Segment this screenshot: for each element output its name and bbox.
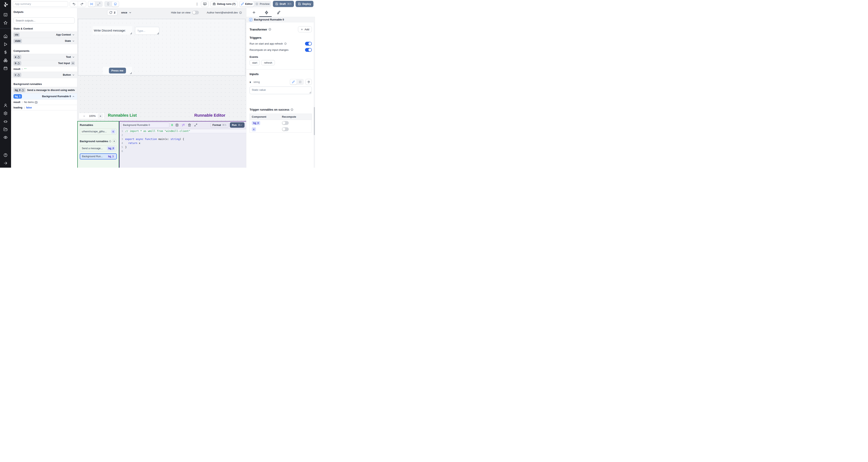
resize-handle[interactable] [130, 33, 132, 34]
arrow-right-icon[interactable] [2, 160, 9, 166]
refresh-count-button[interactable]: 2 [107, 10, 118, 16]
expr-mode-button function-icon[interactable] [297, 79, 303, 85]
help-icon[interactable] [2, 152, 9, 158]
apps-icon[interactable] [2, 11, 9, 18]
bg1-result-row[interactable]: result : No items ([]) [11, 100, 77, 105]
static-value-input[interactable] [250, 87, 312, 94]
chevron-down-icon[interactable] [72, 56, 75, 59]
chevron-down-icon[interactable] [72, 40, 75, 42]
add-background-runnable-button[interactable] [112, 139, 117, 143]
component-row-b[interactable]: b Text Input [11, 60, 77, 66]
textarea-resize-handle[interactable] [309, 92, 311, 93]
star-icon[interactable] [2, 19, 9, 26]
bg-runnable-item-0[interactable]: Send a message... bg_0 [80, 145, 117, 152]
code-line[interactable]: 1// import * as wmill from "windmill-cli… [120, 129, 246, 133]
deploy-button[interactable]: Deploy [296, 1, 313, 7]
component-row-a[interactable]: a Text [11, 54, 77, 60]
runnable-item-scrape[interactable]: u/henri/scrape_githu... c [80, 129, 117, 134]
scrollbar[interactable] [314, 18, 315, 168]
component-badge[interactable]: c [252, 127, 256, 131]
event-refresh-pill[interactable]: refresh [261, 60, 275, 65]
eye-icon[interactable] [2, 134, 9, 141]
windmill-logo-icon[interactable] [3, 2, 8, 7]
format-button[interactable]: Format ⌘S [210, 122, 228, 128]
ai-wand-icon[interactable] [181, 123, 185, 127]
mobile-view-button[interactable] [105, 1, 112, 7]
component-settings-tab component-icon[interactable] [263, 9, 270, 16]
component-row-c[interactable]: c Button [11, 72, 77, 78]
trash-icon[interactable] [187, 123, 192, 127]
bg-runnable-item-1-selected[interactable]: Background Run... bg_1 [80, 154, 117, 159]
align-center-button[interactable] [88, 1, 95, 7]
undo-button[interactable] [70, 1, 78, 7]
play-icon[interactable] [2, 41, 9, 47]
button-widget-container[interactable]: Press me [103, 67, 132, 74]
redo-button[interactable] [78, 1, 86, 7]
code-line[interactable]: 4 return x [120, 141, 246, 145]
static-mode-button pencil-icon[interactable] [290, 79, 297, 85]
draft-button[interactable]: Draft ⌘S [273, 1, 294, 7]
run-button[interactable]: Run ⌘↵ [230, 122, 245, 128]
text-widget[interactable]: Write Discord message: [93, 26, 132, 35]
dollar-icon[interactable] [2, 49, 9, 56]
output-row-state[interactable]: state State [11, 38, 77, 44]
info-icon[interactable] [269, 28, 271, 31]
folder-open-icon[interactable] [2, 126, 9, 133]
zoom-in-button[interactable]: + [98, 113, 103, 119]
tab-preview[interactable]: Preview [254, 1, 271, 7]
chevron-up-icon[interactable] [72, 95, 75, 98]
chevron-down-icon[interactable] [72, 34, 75, 36]
recompute-toggle-c[interactable] [282, 127, 289, 131]
user-icon[interactable] [2, 102, 9, 109]
text-input-widget[interactable]: Type... [135, 27, 159, 35]
canvas-area[interactable]: Write Discord message: Type... Press me [78, 17, 246, 121]
info-icon[interactable] [284, 42, 287, 45]
styling-tab brush-icon[interactable] [275, 9, 282, 16]
debug-runs-button[interactable]: Debug runs (7) [210, 1, 238, 7]
resize-handle[interactable] [157, 33, 159, 34]
zoom-out-button[interactable]: − [82, 113, 87, 119]
insert-component-tab plus-icon[interactable] [250, 9, 257, 16]
schedule-dropdown[interactable]: once [121, 11, 132, 14]
connect-input-button plug-icon[interactable] [305, 79, 312, 85]
search-outputs-input[interactable] [13, 18, 75, 24]
add-transformer-button[interactable]: Add [298, 26, 312, 32]
output-row-ctx[interactable]: ctx App Context [11, 32, 77, 38]
press-me-button[interactable]: Press me [109, 68, 126, 73]
component-badge[interactable]: bg_0 [252, 121, 260, 125]
bg1-row[interactable]: bg_1 Background Runnable 0 [11, 93, 77, 100]
code-line[interactable]: 2 [120, 133, 246, 137]
home-icon[interactable] [2, 33, 9, 39]
event-start-pill[interactable]: start [250, 60, 260, 65]
maximize-button[interactable] [95, 1, 102, 7]
code-line[interactable]: 3export async function main(x: string) { [120, 137, 246, 141]
recompute-toggle[interactable] [305, 48, 312, 52]
boxes-icon[interactable] [2, 57, 9, 64]
chevron-up-icon[interactable] [71, 61, 75, 65]
code-line[interactable]: 6 [120, 149, 246, 153]
runnable-name-input[interactable] [121, 123, 169, 128]
bg1-loading-row[interactable]: loading : false [11, 105, 77, 110]
bg0-row[interactable]: bg_0 Send a message to discord using web… [11, 87, 77, 93]
app-summary-input[interactable] [13, 1, 68, 7]
code-line[interactable]: 5} [120, 145, 246, 149]
recompute-toggle-bg0[interactable] [282, 121, 289, 125]
robot-icon[interactable] [2, 118, 9, 125]
b-result-row[interactable]: result : "" [11, 66, 77, 72]
scrollbar-thumb[interactable] [314, 107, 315, 135]
expand-icon[interactable] [193, 123, 198, 127]
desktop-view-button[interactable] [112, 1, 119, 7]
info-icon[interactable] [290, 108, 293, 111]
database-icon[interactable] [175, 123, 179, 127]
run-on-start-toggle[interactable] [305, 42, 312, 45]
settings-icon[interactable] [2, 110, 9, 117]
chevron-down-icon[interactable] [72, 74, 75, 76]
info-icon[interactable] [239, 11, 242, 14]
more-menu-icon[interactable]: ⋮ [195, 2, 199, 6]
docs-button[interactable] [201, 1, 209, 7]
code-editor[interactable]: 1// import * as wmill from "windmill-cli… [120, 129, 246, 168]
calendar-icon[interactable] [2, 65, 9, 72]
hide-bar-toggle[interactable] [192, 11, 199, 14]
resize-handle[interactable] [130, 72, 132, 74]
tab-editor[interactable]: Editor [240, 1, 254, 7]
